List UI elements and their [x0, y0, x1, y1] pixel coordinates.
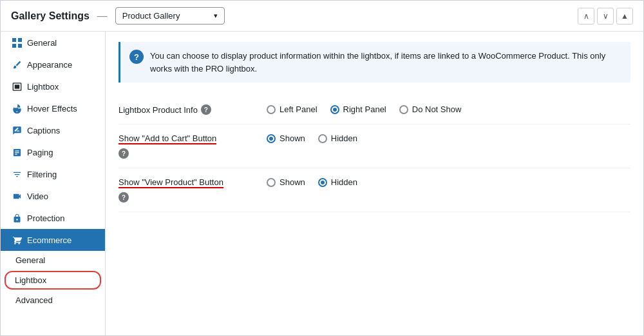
setting-controls-add-to-cart: ShownHidden — [267, 133, 357, 143]
sidebar-label-video: Video — [27, 192, 48, 201]
cart-icon — [12, 235, 22, 245]
setting-label-text-add-to-cart: Show "Add to Cart" Button — [118, 133, 216, 144]
radio-input-add-to-cart-shown[interactable] — [267, 134, 276, 143]
radio-label-lightbox-product-info-right-panel: Right Panel — [343, 104, 386, 114]
info-text: You can choose to display product inform… — [150, 50, 621, 75]
subitem-label-general: General — [15, 255, 45, 265]
sidebar-item-captions[interactable]: Captions — [1, 119, 105, 141]
setting-label-row-lightbox-product-info: Lightbox Product Info? — [118, 104, 254, 115]
radio-option-lightbox-product-info-do-not-show[interactable]: Do Not Show — [399, 104, 462, 114]
radio-input-lightbox-product-info-do-not-show[interactable] — [399, 105, 408, 114]
radio-label-view-product-hidden: Hidden — [331, 177, 357, 187]
header-controls: ∧ ∨ ▲ — [578, 8, 633, 25]
sidebar-item-paging[interactable]: Paging — [1, 141, 105, 163]
setting-label-text-lightbox-product-info: Lightbox Product Info — [118, 105, 198, 115]
setting-label-text-view-product: Show "View Product" Button — [118, 177, 223, 188]
svg-rect-2 — [12, 44, 16, 48]
radio-label-lightbox-product-info-do-not-show: Do Not Show — [412, 104, 462, 114]
gallery-dropdown[interactable]: Product Gallery ▾ — [115, 7, 225, 25]
radio-input-lightbox-product-info-left-panel[interactable] — [267, 105, 276, 114]
setting-controls-lightbox-product-info: Left PanelRight PanelDo Not Show — [267, 104, 461, 114]
sidebar-label-protection: Protection — [27, 213, 65, 223]
setting-label-add-to-cart: Show "Add to Cart" Button? — [118, 133, 254, 159]
subitem-label-advanced: Advanced — [15, 295, 53, 305]
hover-icon — [12, 103, 22, 114]
grid-icon — [12, 37, 22, 48]
radio-option-add-to-cart-shown[interactable]: Shown — [267, 133, 305, 143]
sidebar-item-ecommerce[interactable]: Ecommerce — [1, 229, 105, 251]
setting-label-lightbox-product-info: Lightbox Product Info? — [118, 104, 254, 115]
filter-icon — [12, 169, 22, 179]
setting-label-row-add-to-cart: Show "Add to Cart" Button — [118, 133, 254, 144]
sidebar-label-ecommerce: Ecommerce — [27, 235, 71, 245]
app-container: Gallery Settings — Product Gallery ▾ ∧ ∨… — [0, 0, 644, 336]
sidebar-label-lightbox: Lightbox — [27, 82, 59, 92]
scroll-down-button[interactable]: ∨ — [597, 8, 614, 25]
setting-row-lightbox-product-info: Lightbox Product Info?Left PanelRight Pa… — [118, 95, 630, 124]
setting-label-view-product: Show "View Product" Button? — [118, 177, 254, 203]
lock-icon — [12, 213, 22, 223]
radio-label-add-to-cart-hidden: Hidden — [331, 133, 357, 143]
sidebar-item-protection[interactable]: Protection — [1, 207, 105, 229]
radio-input-view-product-hidden[interactable] — [318, 178, 327, 187]
setting-controls-view-product: ShownHidden — [267, 177, 357, 187]
header-left: Gallery Settings — Product Gallery ▾ — [11, 7, 225, 25]
radio-input-lightbox-product-info-right-panel[interactable] — [330, 105, 339, 114]
settings-container: Lightbox Product Info?Left PanelRight Pa… — [118, 95, 630, 212]
help-icon-below-add-to-cart[interactable]: ? — [118, 148, 129, 159]
radio-label-view-product-shown: Shown — [279, 177, 305, 187]
sidebar-item-filtering[interactable]: Filtering — [1, 163, 105, 185]
sidebar-subitem-advanced[interactable]: Advanced — [1, 291, 105, 310]
sidebar-item-appearance[interactable]: Appearance — [1, 54, 105, 75]
sidebar-item-hover-effects[interactable]: Hover Effects — [1, 97, 105, 119]
sidebar-subitem-lightbox[interactable]: Lightbox — [5, 271, 101, 290]
sidebar-label-captions: Captions — [27, 126, 60, 135]
svg-rect-5 — [14, 84, 19, 88]
sidebar-label-appearance: Appearance — [27, 60, 72, 70]
setting-row-view-product: Show "View Product" Button?ShownHidden — [118, 168, 630, 212]
dropdown-label: Product Gallery — [122, 11, 180, 21]
scroll-up-button[interactable]: ∧ — [578, 8, 594, 25]
info-box: ? You can choose to display product info… — [118, 42, 630, 83]
lightbox-icon — [12, 81, 22, 92]
radio-option-add-to-cart-hidden[interactable]: Hidden — [318, 133, 357, 143]
sidebar-item-general[interactable]: General — [1, 32, 105, 54]
header-divider: — — [97, 10, 108, 22]
paint-icon — [12, 59, 22, 70]
svg-rect-3 — [18, 44, 22, 48]
radio-option-view-product-hidden[interactable]: Hidden — [318, 177, 357, 187]
help-icon-lightbox-product-info[interactable]: ? — [201, 104, 211, 115]
info-icon: ? — [129, 50, 144, 64]
sidebar-subitem-general[interactable]: General — [1, 251, 105, 270]
subitem-label-lightbox: Lightbox — [15, 275, 46, 285]
content-area: ? You can choose to display product info… — [106, 32, 643, 335]
expand-button[interactable]: ▲ — [616, 8, 633, 25]
setting-label-row-view-product: Show "View Product" Button — [118, 177, 254, 188]
setting-row-add-to-cart: Show "Add to Cart" Button?ShownHidden — [118, 124, 630, 168]
radio-label-lightbox-product-info-left-panel: Left Panel — [279, 104, 317, 114]
radio-label-add-to-cart-shown: Shown — [279, 133, 305, 143]
paging-icon — [12, 147, 22, 157]
sidebar-label-general: General — [27, 38, 57, 48]
sidebar-item-video[interactable]: Video — [1, 185, 105, 207]
radio-option-lightbox-product-info-left-panel[interactable]: Left Panel — [267, 104, 317, 114]
app-title: Gallery Settings — [11, 10, 90, 22]
radio-option-lightbox-product-info-right-panel[interactable]: Right Panel — [330, 104, 386, 114]
sidebar-label-paging: Paging — [27, 148, 53, 157]
captions-icon — [12, 125, 22, 135]
header: Gallery Settings — Product Gallery ▾ ∧ ∨… — [1, 1, 643, 32]
sidebar-label-hover-effects: Hover Effects — [27, 104, 77, 114]
sidebar: General Appearance Lightbox Hover Effect… — [1, 32, 106, 335]
sidebar-label-filtering: Filtering — [27, 170, 57, 179]
help-icon-below-view-product[interactable]: ? — [118, 192, 129, 203]
svg-rect-1 — [18, 38, 22, 42]
main-layout: General Appearance Lightbox Hover Effect… — [1, 32, 643, 335]
sidebar-item-lightbox[interactable]: Lightbox — [1, 75, 105, 97]
chevron-down-icon: ▾ — [214, 12, 218, 20]
video-icon — [12, 191, 22, 201]
radio-option-view-product-shown[interactable]: Shown — [267, 177, 305, 187]
svg-rect-0 — [12, 38, 16, 42]
radio-input-add-to-cart-hidden[interactable] — [318, 134, 327, 143]
radio-input-view-product-shown[interactable] — [267, 178, 276, 187]
